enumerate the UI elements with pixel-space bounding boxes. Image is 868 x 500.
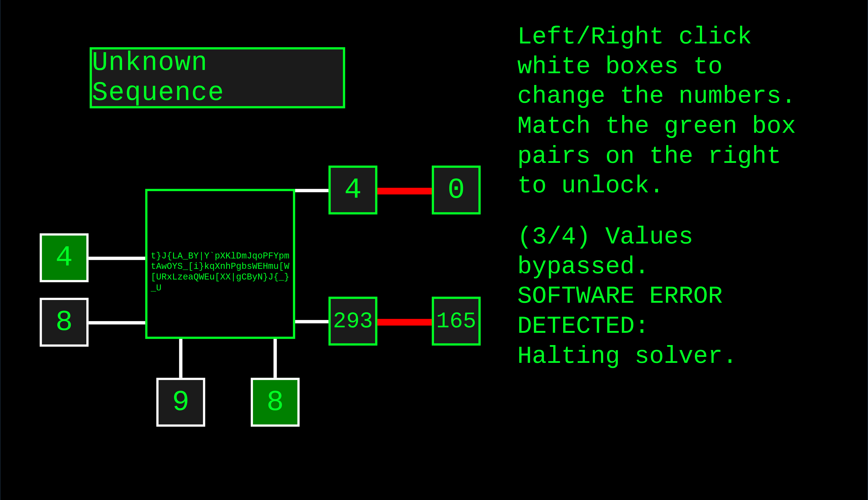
input-left-bottom-value: 8 <box>56 306 73 339</box>
output-bottom-target: 165 <box>432 297 481 345</box>
output-top-target-value: 0 <box>448 173 465 206</box>
wire-bottom-right <box>274 339 277 378</box>
input-left-top[interactable]: 4 <box>39 233 89 282</box>
wire-right-bottom <box>295 320 328 323</box>
output-top-current: 4 <box>328 166 378 215</box>
code-box-text: t}J{LA_BY|Y`pXKlDmJqoPFYpmtAwOYS_[i}kqXn… <box>151 251 290 293</box>
wire-output-bottom <box>378 319 432 326</box>
puzzle-title: Unknown Sequence <box>90 47 345 109</box>
output-bottom-current: 293 <box>328 297 378 345</box>
input-bottom-right[interactable]: 8 <box>251 378 300 427</box>
instructions-text: Left/Right click white boxes to change t… <box>517 22 850 201</box>
input-bottom-left-value: 9 <box>172 386 189 419</box>
wire-left-bottom <box>89 321 145 324</box>
input-bottom-right-value: 8 <box>267 386 284 419</box>
wire-left-top <box>89 257 145 260</box>
status-text: (3/4) Values bypassed. SOFTWARE ERROR DE… <box>517 222 850 371</box>
code-box: t}J{LA_BY|Y`pXKlDmJqoPFYpmtAwOYS_[i}kqXn… <box>145 189 295 339</box>
output-top-target: 0 <box>432 166 481 215</box>
puzzle-title-text: Unknown Sequence <box>92 48 343 108</box>
input-bottom-left[interactable]: 9 <box>156 378 205 427</box>
wire-right-top <box>295 189 328 192</box>
input-left-top-value: 4 <box>56 241 73 274</box>
game-panel: Unknown Sequence t}J{LA_BY|Y`pXKlDmJqoPF… <box>1 0 867 500</box>
output-top-current-value: 4 <box>344 173 361 206</box>
output-bottom-target-value: 165 <box>436 309 476 334</box>
wire-output-top <box>378 188 432 194</box>
output-bottom-current-value: 293 <box>333 309 373 334</box>
wire-bottom-left <box>179 339 183 378</box>
input-left-bottom[interactable]: 8 <box>39 298 89 347</box>
